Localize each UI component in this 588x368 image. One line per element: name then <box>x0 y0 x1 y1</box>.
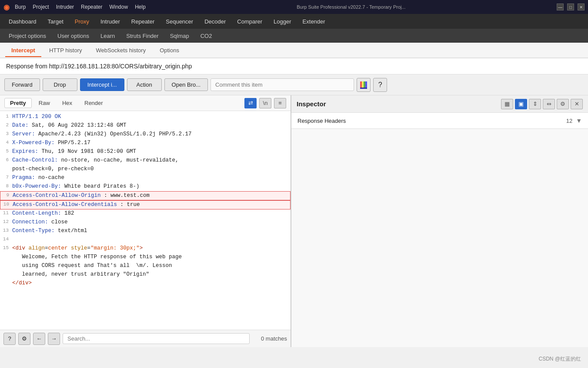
menu-repeater[interactable]: Repeater <box>81 4 102 10</box>
maximize-button[interactable]: □ <box>567 3 574 10</box>
code-line-6: 6 Cache-Control: no-store, no-cache, mus… <box>0 156 291 165</box>
response-headers-label: Response Headers <box>297 118 566 124</box>
inspector-icons: ▦ ▣ ⇕ ⇔ ⚙ ✕ <box>501 99 583 109</box>
app-title: Burp Suite Professional v2022.7 - Tempor… <box>146 4 557 10</box>
line-content-1: HTTP/1.1 200 OK <box>12 113 289 122</box>
svg-rect-1 <box>362 81 364 88</box>
code-line-6b: post-check=0, pre-check=0 <box>0 165 291 174</box>
title-bar-menu: Burp Project Intruder Repeater Window He… <box>15 4 146 10</box>
help-icon[interactable]: ? <box>373 78 387 92</box>
menu-help[interactable]: Help <box>135 4 146 10</box>
code-line-17: using CORS request and That's all \m/. L… <box>0 262 291 270</box>
content-area: Pretty Raw Hex Render ⇄ \n ≡ 1 HTTP/1.1 … <box>0 95 588 347</box>
menu-intruder[interactable]: Intruder <box>56 4 74 10</box>
response-url-text: Response from http://192.168.181.128:80/… <box>6 63 192 70</box>
code-line-7: 7 Pragma: no-cache <box>0 174 291 182</box>
menu-project[interactable]: Project <box>33 4 49 10</box>
drop-button[interactable]: Drop <box>43 78 77 91</box>
nav-sequencer[interactable]: Sequencer <box>160 16 198 27</box>
minimize-button[interactable]: — <box>557 3 564 10</box>
code-line-13: 13 Content-Type: text/html <box>0 227 291 236</box>
menu-window[interactable]: Window <box>109 4 128 10</box>
title-bar: ◉ Burp Project Intruder Repeater Window … <box>0 0 588 14</box>
code-line-12: 12 Connection: close <box>0 218 291 227</box>
code-line-19: </div> <box>0 279 291 288</box>
nav-project-options[interactable]: Project options <box>3 30 51 41</box>
view-tab-hex[interactable]: Hex <box>57 98 77 108</box>
proxy-tabs: Intercept HTTP history WebSockets histor… <box>0 43 588 58</box>
secondary-nav: Project options User options Learn Strut… <box>0 29 588 43</box>
nav-user-options[interactable]: User options <box>52 30 94 41</box>
nav-comparer[interactable]: Comparer <box>232 16 267 27</box>
back-icon[interactable]: ← <box>33 333 45 345</box>
columns-icon[interactable]: ⇔ <box>543 99 555 109</box>
search-matches: 0 matches <box>252 335 287 342</box>
close-button[interactable]: ✕ <box>578 3 585 10</box>
search-input[interactable] <box>63 333 250 344</box>
nav-decoder[interactable]: Decoder <box>199 16 231 27</box>
nav-struts-finder[interactable]: Struts Finder <box>121 30 164 41</box>
comment-input[interactable] <box>210 78 354 91</box>
menu-icon[interactable]: ≡ <box>274 98 286 108</box>
code-line-4: 4 X-Powered-By: PHP/5.2.17 <box>0 139 291 148</box>
code-area: 1 HTTP/1.1 200 OK 2 Date: Sat, 06 Aug 20… <box>0 111 291 330</box>
nav-logger[interactable]: Logger <box>268 16 296 27</box>
view-tab-raw[interactable]: Raw <box>33 98 55 108</box>
nav-extender[interactable]: Extender <box>297 16 331 27</box>
nav-intruder[interactable]: Intruder <box>95 16 125 27</box>
code-line-11: 11 Content-Length: 182 <box>0 209 291 218</box>
tab-options[interactable]: Options <box>154 44 185 57</box>
word-wrap-icon[interactable]: ⇄ <box>244 98 257 108</box>
color-icon[interactable] <box>357 78 371 92</box>
code-line-14: 14 <box>0 236 291 244</box>
response-headers-count: 12 <box>566 118 572 124</box>
newline-icon[interactable]: \n <box>259 98 271 108</box>
intercept-button[interactable]: Intercept i... <box>80 78 124 91</box>
settings-search-icon[interactable]: ⚙ <box>18 333 30 345</box>
tab-http-history[interactable]: HTTP history <box>43 44 88 57</box>
svg-rect-0 <box>360 81 362 88</box>
inspector-close-icon[interactable]: ✕ <box>571 99 583 109</box>
view-tab-render[interactable]: Render <box>79 98 108 108</box>
tab-intercept[interactable]: Intercept <box>5 44 41 57</box>
split-view-icon[interactable]: ▣ <box>515 99 527 109</box>
menu-burp[interactable]: Burp <box>15 4 26 10</box>
left-panel: Pretty Raw Hex Render ⇄ \n ≡ 1 HTTP/1.1 … <box>0 95 291 347</box>
nav-target[interactable]: Target <box>43 16 69 27</box>
nav-sqlmap[interactable]: Sqlmap <box>165 30 194 41</box>
view-tab-pretty[interactable]: Pretty <box>4 98 32 108</box>
action-button[interactable]: Action <box>127 78 162 91</box>
burp-logo: ◉ <box>3 3 10 11</box>
inspector-header: Inspector ▦ ▣ ⇕ ⇔ ⚙ ✕ <box>291 95 588 113</box>
help-circle-icon[interactable]: ? <box>3 333 16 345</box>
chevron-down-icon: ▼ <box>576 117 582 124</box>
code-line-5: 5 Expires: Thu, 19 Nov 1981 08:52:00 GMT <box>0 148 291 156</box>
nav-co2[interactable]: CO2 <box>195 30 217 41</box>
code-line-2: 2 Date: Sat, 06 Aug 2022 13:12:48 GMT <box>0 122 291 130</box>
nav-dashboard[interactable]: Dashboard <box>3 16 42 27</box>
search-bar: ? ⚙ ← → 0 matches <box>0 330 291 347</box>
code-line-1: 1 HTTP/1.1 200 OK <box>0 113 291 122</box>
nav-proxy[interactable]: Proxy <box>70 16 94 27</box>
code-line-3: 3 Server: Apache/2.4.23 (Win32) OpenSSL/… <box>0 130 291 139</box>
intercept-toolbar: Forward Drop Intercept i... Action Open … <box>0 74 588 95</box>
nav-learn[interactable]: Learn <box>95 30 120 41</box>
code-line-15: 15 <div align=center style="margin: 30px… <box>0 244 291 253</box>
code-line-9: 9 Access-Control-Allow-Origin : www.test… <box>0 191 291 200</box>
line-num-1: 1 <box>2 113 12 122</box>
nav-repeater[interactable]: Repeater <box>126 16 160 27</box>
response-headers-section[interactable]: Response Headers 12 ▼ <box>291 113 588 129</box>
filter-icon[interactable]: ⇕ <box>529 99 541 109</box>
tab-websockets-history[interactable]: WebSockets history <box>90 44 152 57</box>
code-line-10: 10 Access-Control-Allow-Credentials : tr… <box>0 200 291 209</box>
svg-rect-4 <box>360 88 367 89</box>
view-tabs: Pretty Raw Hex Render ⇄ \n ≡ <box>0 95 291 111</box>
forward-search-icon[interactable]: → <box>48 333 60 345</box>
watermark: CSDN @红蓝的红 <box>538 355 581 363</box>
open-browser-button[interactable]: Open Bro... <box>164 78 208 91</box>
inspector-settings-icon[interactable]: ⚙ <box>557 99 569 109</box>
forward-button[interactable]: Forward <box>4 78 40 91</box>
title-bar-left: ◉ Burp Project Intruder Repeater Window … <box>3 3 146 11</box>
code-line-18: learned, never trust arbitrary "Origin" <box>0 270 291 279</box>
grid-view-icon[interactable]: ▦ <box>501 99 513 109</box>
